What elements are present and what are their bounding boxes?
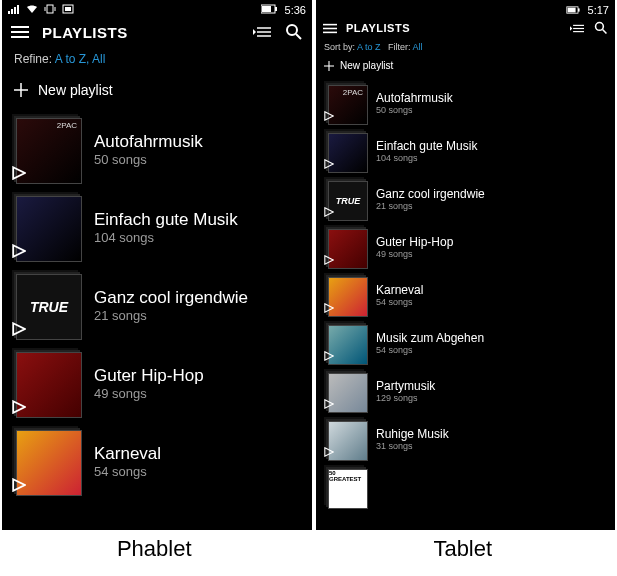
search-icon[interactable] xyxy=(593,20,609,36)
play-icon[interactable] xyxy=(12,244,26,262)
playlist-title: Karneval xyxy=(376,283,423,297)
svg-marker-25 xyxy=(13,323,25,335)
new-playlist-button[interactable]: New playlist xyxy=(316,56,615,79)
svg-rect-3 xyxy=(17,5,19,14)
playlist-item[interactable]: Karneval54 songs xyxy=(2,422,312,500)
page-title: PLAYLISTS xyxy=(346,22,410,34)
new-playlist-label: New playlist xyxy=(340,60,393,71)
header: PLAYLISTS xyxy=(2,18,312,48)
comparison-labels: Phablet Tablet xyxy=(0,536,617,562)
playlist-item[interactable]: Einfach gute Musik104 songs xyxy=(2,188,312,266)
vibrate-icon xyxy=(44,4,56,16)
album-cover xyxy=(328,325,368,365)
playlist-item[interactable]: Autofahrmusik50 songs xyxy=(2,110,312,188)
hamburger-icon[interactable] xyxy=(322,20,338,36)
playlist-item[interactable]: Einfach gute Musik104 songs xyxy=(316,127,615,175)
playlist-item[interactable]: Autofahrmusik50 songs xyxy=(316,79,615,127)
playlist-sub: 104 songs xyxy=(376,153,477,163)
wifi-icon xyxy=(26,4,38,16)
playlist-item[interactable]: Ruhige Musik31 songs xyxy=(316,415,615,463)
playlist-sub: 50 songs xyxy=(94,152,203,167)
play-icon[interactable] xyxy=(324,107,334,125)
playlist-item[interactable]: TRUE Ganz cool irgendwie21 songs xyxy=(2,266,312,344)
refine-sort[interactable]: A to Z xyxy=(55,52,86,66)
svg-marker-48 xyxy=(325,400,333,408)
tablet-screen: 5:17 PLAYLISTS Sort by: A to Z Filter: A… xyxy=(316,0,615,530)
play-icon[interactable] xyxy=(324,299,334,317)
nowplaying-icon[interactable] xyxy=(569,20,585,36)
svg-marker-42 xyxy=(325,112,333,120)
svg-rect-10 xyxy=(275,7,277,11)
playlist-item[interactable]: Karneval54 songs xyxy=(316,271,615,319)
play-icon[interactable] xyxy=(12,166,26,184)
playlist-title: Einfach gute Musik xyxy=(94,210,238,230)
playlist-sub: 49 songs xyxy=(94,386,204,401)
album-cover xyxy=(328,421,368,461)
playlist-title: Ganz cool irgendwie xyxy=(376,187,485,201)
playlist-sub: 54 songs xyxy=(376,297,423,307)
svg-rect-4 xyxy=(47,5,53,13)
album-cover: 50 GREATEST xyxy=(328,469,368,509)
playlist-title: Autofahrmusik xyxy=(94,132,203,152)
play-icon[interactable] xyxy=(324,347,334,365)
playlist-title: Ganz cool irgendwie xyxy=(94,288,248,308)
refine-label: Refine: xyxy=(14,52,52,66)
album-cover xyxy=(328,277,368,317)
svg-line-39 xyxy=(603,30,607,34)
playlist-title: Ruhige Musik xyxy=(376,427,449,441)
svg-rect-29 xyxy=(578,8,580,11)
svg-point-19 xyxy=(287,25,297,35)
svg-marker-47 xyxy=(325,352,333,360)
play-icon[interactable] xyxy=(324,443,334,461)
hamburger-icon[interactable] xyxy=(10,22,30,42)
refine-filter[interactable]: All xyxy=(92,52,105,66)
plus-icon xyxy=(14,83,28,97)
svg-marker-46 xyxy=(325,304,333,312)
play-icon[interactable] xyxy=(324,251,334,269)
playlist-item[interactable]: Guter Hip-Hop49 songs xyxy=(316,223,615,271)
playlist-item[interactable]: Musik zum Abgehen54 songs xyxy=(316,319,615,367)
playlist-sub: 21 songs xyxy=(376,201,485,211)
nowplaying-icon[interactable] xyxy=(252,22,272,42)
svg-point-38 xyxy=(596,23,604,31)
label-phablet: Phablet xyxy=(0,536,309,562)
playlist-item[interactable]: 50 GREATEST xyxy=(316,463,615,511)
playlist-sub: 49 songs xyxy=(376,249,453,259)
play-icon[interactable] xyxy=(12,478,26,496)
playlist-sub: 54 songs xyxy=(94,464,161,479)
clock: 5:36 xyxy=(285,4,306,16)
playlist-sub: 129 songs xyxy=(376,393,435,403)
playlist-title: Karneval xyxy=(94,444,161,464)
svg-rect-30 xyxy=(567,8,575,13)
playlist-item[interactable]: TRUEGanz cool irgendwie21 songs xyxy=(316,175,615,223)
status-bar: 5:36 xyxy=(2,0,312,18)
playlist-item[interactable]: Guter Hip-Hop49 songs xyxy=(2,344,312,422)
clock: 5:17 xyxy=(588,4,609,16)
new-playlist-label: New playlist xyxy=(38,82,113,98)
phablet-screen: 5:36 PLAYLISTS Refine: A to Z, All New p… xyxy=(2,0,312,530)
playlist-sub: 104 songs xyxy=(94,230,238,245)
label-tablet: Tablet xyxy=(309,536,618,562)
search-icon[interactable] xyxy=(284,22,304,42)
svg-marker-37 xyxy=(570,26,572,31)
play-icon[interactable] xyxy=(324,395,334,413)
play-icon[interactable] xyxy=(324,155,334,173)
album-cover xyxy=(328,373,368,413)
signal-icon xyxy=(8,4,20,16)
filter-label: Filter: xyxy=(388,42,411,52)
play-icon[interactable] xyxy=(12,322,26,340)
plus-icon xyxy=(324,61,334,71)
new-playlist-button[interactable]: New playlist xyxy=(2,76,312,110)
svg-marker-24 xyxy=(13,245,25,257)
playlist-item[interactable]: Partymusik129 songs xyxy=(316,367,615,415)
playlist-sub: 21 songs xyxy=(94,308,248,323)
svg-marker-49 xyxy=(325,448,333,456)
refine-filter[interactable]: All xyxy=(413,42,423,52)
refine-sort[interactable]: A to Z xyxy=(357,42,381,52)
album-cover xyxy=(328,85,368,125)
svg-marker-26 xyxy=(13,401,25,413)
album-cover xyxy=(328,229,368,269)
svg-line-20 xyxy=(296,34,301,39)
play-icon[interactable] xyxy=(12,400,26,418)
play-icon[interactable] xyxy=(324,203,334,221)
